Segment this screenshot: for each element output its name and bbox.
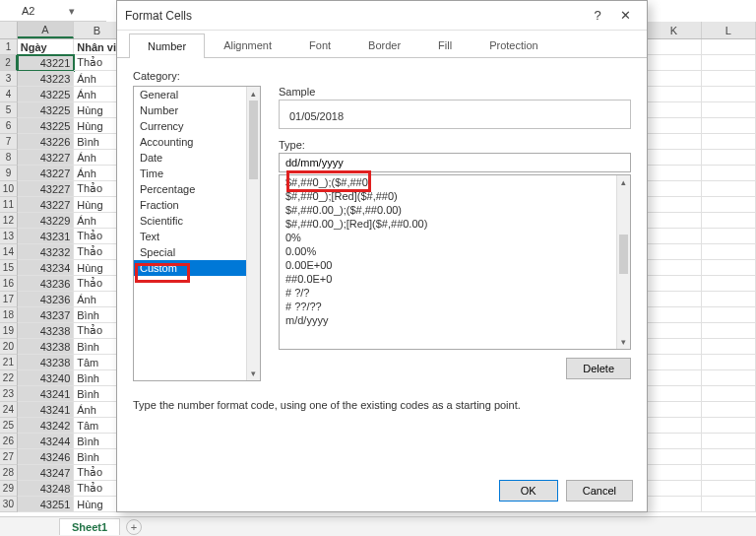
format-code-item[interactable]: 0.00E+00: [280, 258, 630, 272]
cell[interactable]: [702, 39, 756, 55]
cell[interactable]: [647, 71, 701, 87]
cell[interactable]: [647, 386, 701, 402]
cell[interactable]: [702, 497, 756, 512]
scrollbar[interactable]: ▴ ▾: [246, 87, 260, 380]
scroll-up-icon[interactable]: ▴: [617, 175, 630, 189]
row-header[interactable]: 3: [0, 71, 18, 87]
column-header[interactable]: L: [702, 22, 756, 38]
cell[interactable]: 43227: [18, 181, 74, 197]
type-input[interactable]: [279, 153, 631, 172]
tab-border[interactable]: Border: [349, 33, 419, 57]
cell[interactable]: [702, 260, 756, 276]
cell[interactable]: Ánh: [74, 402, 121, 418]
tab-protection[interactable]: Protection: [471, 33, 557, 57]
cell[interactable]: [702, 292, 756, 307]
row-header[interactable]: 25: [0, 418, 18, 434]
scroll-up-icon[interactable]: ▴: [247, 87, 260, 100]
cell[interactable]: [647, 197, 701, 213]
row-header[interactable]: 30: [0, 497, 18, 512]
row-header[interactable]: 7: [0, 134, 18, 150]
cell[interactable]: Bình: [74, 370, 121, 386]
row-header[interactable]: 23: [0, 386, 18, 402]
cell[interactable]: Bình: [74, 307, 121, 323]
row-header[interactable]: 26: [0, 434, 18, 449]
cell[interactable]: Ánh: [74, 87, 121, 102]
row-header[interactable]: 12: [0, 213, 18, 229]
row-header[interactable]: 2: [0, 55, 18, 71]
column-header[interactable]: K: [647, 22, 701, 38]
cell[interactable]: 43238: [18, 323, 74, 339]
cell[interactable]: Bình: [74, 434, 121, 449]
column-header[interactable]: A: [18, 22, 74, 38]
cell[interactable]: Hùng: [74, 497, 121, 512]
row-header[interactable]: 16: [0, 276, 18, 292]
cell[interactable]: [702, 102, 756, 118]
row-header[interactable]: 1: [0, 39, 18, 55]
row-header[interactable]: 6: [0, 118, 18, 134]
scrollbar[interactable]: ▴ ▾: [616, 175, 630, 349]
chevron-down-icon[interactable]: ▾: [52, 5, 87, 18]
cell[interactable]: 43225: [18, 118, 74, 134]
row-header[interactable]: 24: [0, 402, 18, 418]
format-code-item[interactable]: $#,##0.00_);($#,##0.00): [280, 203, 630, 217]
cell[interactable]: Hùng: [74, 260, 121, 276]
category-item[interactable]: Time: [134, 166, 260, 181]
cell[interactable]: [647, 134, 701, 150]
cell[interactable]: [647, 449, 701, 465]
cell[interactable]: [702, 150, 756, 166]
cell[interactable]: [647, 118, 701, 134]
cell[interactable]: [647, 355, 701, 370]
category-item[interactable]: Currency: [134, 118, 260, 134]
cell[interactable]: [647, 276, 701, 292]
format-code-item[interactable]: $#,##0.00_);[Red]($#,##0.00): [280, 217, 630, 231]
cell[interactable]: [702, 229, 756, 244]
cell[interactable]: Thảo: [74, 181, 121, 197]
cell[interactable]: [702, 323, 756, 339]
cell[interactable]: [702, 213, 756, 229]
cell[interactable]: [647, 292, 701, 307]
cell[interactable]: [702, 449, 756, 465]
format-code-item[interactable]: $#,##0_);[Red]($#,##0): [280, 189, 630, 203]
cell[interactable]: 43225: [18, 87, 74, 102]
cell[interactable]: [647, 370, 701, 386]
category-item[interactable]: Scientific: [134, 213, 260, 229]
cell[interactable]: Hùng: [74, 102, 121, 118]
row-header[interactable]: 11: [0, 197, 18, 213]
cell[interactable]: 43240: [18, 370, 74, 386]
cell[interactable]: 43242: [18, 418, 74, 434]
cell[interactable]: [647, 87, 701, 102]
format-code-item[interactable]: m/d/yyyy: [280, 313, 630, 327]
cell[interactable]: [702, 181, 756, 197]
cell[interactable]: Hùng: [74, 197, 121, 213]
cell[interactable]: 43241: [18, 386, 74, 402]
cell[interactable]: [702, 87, 756, 102]
row-header[interactable]: 28: [0, 465, 18, 481]
scroll-thumb[interactable]: [619, 234, 628, 274]
row-header[interactable]: 10: [0, 181, 18, 197]
cell[interactable]: [702, 465, 756, 481]
tab-font[interactable]: Font: [290, 33, 349, 57]
cell[interactable]: 43251: [18, 497, 74, 512]
format-code-item[interactable]: 0.00%: [280, 244, 630, 258]
cell[interactable]: Bình: [74, 339, 121, 355]
row-header[interactable]: 4: [0, 87, 18, 102]
cell[interactable]: 43241: [18, 402, 74, 418]
category-item[interactable]: Text: [134, 229, 260, 244]
cell[interactable]: [647, 339, 701, 355]
tab-number[interactable]: Number: [129, 34, 205, 58]
select-all-corner[interactable]: [0, 22, 18, 38]
cell[interactable]: Thảo: [74, 323, 121, 339]
cell[interactable]: [702, 118, 756, 134]
cell[interactable]: [647, 244, 701, 260]
cell[interactable]: [702, 244, 756, 260]
tab-alignment[interactable]: Alignment: [205, 33, 290, 57]
cell[interactable]: [702, 134, 756, 150]
row-header[interactable]: 5: [0, 102, 18, 118]
format-code-item[interactable]: 0%: [280, 231, 630, 244]
category-item[interactable]: Special: [134, 244, 260, 260]
scroll-down-icon[interactable]: ▾: [617, 335, 630, 349]
cell[interactable]: Tâm: [74, 355, 121, 370]
row-header[interactable]: 20: [0, 339, 18, 355]
scroll-down-icon[interactable]: ▾: [247, 367, 260, 380]
cell[interactable]: 43227: [18, 150, 74, 166]
